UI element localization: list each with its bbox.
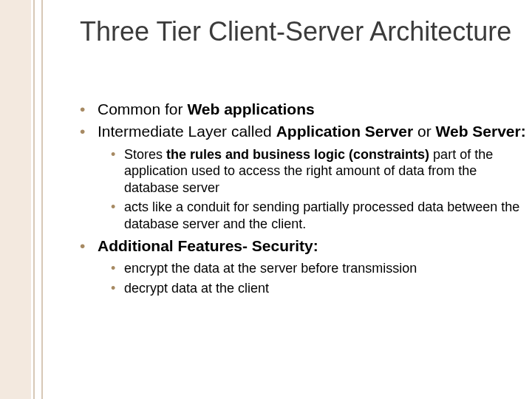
left-rule-gap (35, 0, 41, 399)
sub-bullet-encrypt: encrypt the data at the server before tr… (111, 260, 532, 277)
bullet-intermediate-layer: Intermediate Layer called Application Se… (80, 122, 532, 232)
sub-bullet-decrypt: decrypt data at the client (111, 280, 532, 297)
text: encrypt the data at the server before tr… (124, 261, 417, 276)
bullet-web-apps: Common for Web applications (80, 100, 532, 119)
left-accent-bar (0, 0, 31, 399)
slide: Three Tier Client-Server Architecture Co… (0, 0, 532, 399)
bullet-security: Additional Features- Security: encrypt t… (80, 236, 532, 296)
text: Stores (124, 147, 166, 162)
text: or (413, 123, 435, 140)
slide-body: Common for Web applications Intermediate… (80, 100, 532, 301)
text: acts like a conduit for sending partiall… (124, 200, 519, 231)
slide-title: Three Tier Client-Server Architecture (80, 16, 511, 47)
text-bold: Application Server (276, 123, 414, 140)
sub-bullet-rules: Stores the rules and business logic (con… (111, 146, 532, 197)
text-bold: the rules and business logic (constraint… (166, 147, 429, 162)
text-bold: Web Server: (436, 123, 526, 140)
text-bold: Additional Features- Security: (98, 237, 318, 254)
text-bold: Web applications (187, 100, 314, 117)
left-rule-inner (41, 0, 43, 399)
text: Common for (98, 100, 187, 117)
sub-bullet-conduit: acts like a conduit for sending partiall… (111, 199, 532, 232)
text: decrypt data at the client (124, 281, 269, 296)
text: Intermediate Layer called (98, 123, 276, 140)
